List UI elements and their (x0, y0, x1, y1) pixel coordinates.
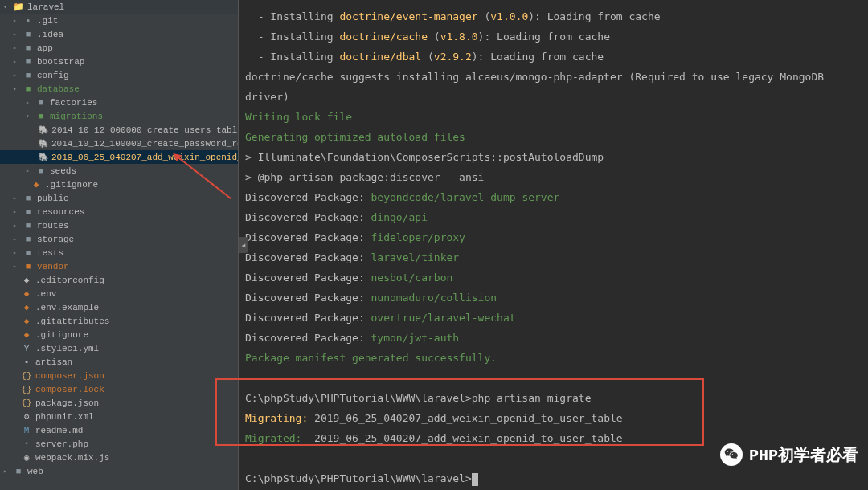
file-webpack[interactable]: ◉webpack.mix.js (0, 451, 238, 464)
terminal-line: > @php artisan package:discover --ansi (245, 167, 868, 187)
folder-migrations[interactable]: ▾■migrations (0, 109, 238, 123)
folder-icon: ■ (23, 193, 34, 204)
folder-icon: ■ (35, 165, 47, 177)
project-sidebar[interactable]: ▾ 📁 laravel ▸▪.git ▸■.idea ▸■app ▸■boots… (0, 0, 239, 490)
file-composer-lock[interactable]: {}composer.lock (0, 382, 238, 396)
file-gitattributes[interactable]: ◆.gitattributes (0, 314, 238, 328)
file-label: package.json (35, 398, 99, 408)
file-composer-json[interactable]: {}composer.json (0, 369, 238, 382)
file-styleci[interactable]: Y.styleci.yml (0, 341, 238, 355)
folder-icon: ■ (23, 43, 34, 54)
terminal-line: - Installing doctrine/dbal (v2.9.2): Loa… (245, 47, 868, 67)
file-artisan[interactable]: ▪artisan (0, 355, 238, 369)
folder-resources[interactable]: ▸■resources (0, 205, 238, 218)
env-icon: ◆ (21, 288, 32, 300)
file-gitignore[interactable]: ◆.gitignore (0, 328, 238, 341)
folder-icon: ■ (23, 261, 34, 272)
file-label: 2014_10_12_100000_create_password_resets… (51, 139, 238, 149)
file-label: .editorconfig (35, 276, 104, 285)
wechat-icon (720, 443, 743, 466)
folder-label: storage (37, 235, 74, 244)
folder-bootstrap[interactable]: ▸■bootstrap (0, 55, 238, 68)
file-label: .gitignore (45, 180, 98, 190)
terminal-line: - Installing doctrine/cache (v1.8.0): Lo… (245, 27, 868, 47)
folder-icon: ■ (23, 56, 34, 67)
chevron-right-icon: ▸ (26, 99, 32, 106)
chevron-right-icon: ▸ (13, 222, 19, 229)
file-label: composer.lock (35, 385, 104, 394)
file-server-php[interactable]: ▪server.php (0, 437, 238, 451)
folder-public[interactable]: ▸■public (0, 191, 238, 205)
file-label: .gitattributes (35, 316, 109, 326)
git-icon: ◆ (31, 179, 42, 190)
folder-tests[interactable]: ▸■tests (0, 246, 238, 259)
cursor-icon (472, 473, 478, 486)
json-icon: {} (21, 398, 32, 409)
file-env-example[interactable]: ◆.env.example (0, 300, 238, 314)
terminal-line: Discovered Package: fideloper/proxy (245, 227, 868, 247)
folder-icon: ▪ (23, 15, 34, 27)
terminal-panel[interactable]: - Installing doctrine/event-manager (v1.… (239, 0, 868, 490)
file-label: webpack.mix.js (35, 453, 109, 463)
folder-web[interactable]: ▸■web (0, 464, 238, 478)
file-label: 2014_10_12_000000_create_users_table.php (51, 125, 238, 135)
chevron-right-icon: ▸ (13, 58, 19, 65)
file-phpunit[interactable]: ⚙phpunit.xml (0, 410, 238, 423)
file-editorconfig[interactable]: ◆.editorconfig (0, 273, 238, 287)
folder-label: routes (37, 221, 69, 231)
folder-database[interactable]: ▾■database (0, 82, 238, 96)
folder-icon: ■ (23, 70, 34, 81)
file-label: .env (35, 289, 56, 299)
project-icon: 📁 (13, 2, 24, 13)
folder-icon: ■ (23, 84, 34, 95)
chevron-right-icon: ▸ (13, 263, 19, 270)
folder-vendor[interactable]: ▸■vendor (0, 259, 238, 273)
terminal-line: Discovered Package: dingo/api (245, 207, 868, 227)
chevron-down-icon: ▾ (26, 112, 32, 120)
terminal-prompt: C:\phpStudy\PHPTutorial\WWW\laravel>php … (245, 388, 868, 408)
folder-config[interactable]: ▸■config (0, 68, 238, 82)
terminal-line: Generating optimized autoload files (245, 127, 868, 147)
file-icon: ▪ (21, 357, 32, 368)
migration-file-selected[interactable]: 🐘2019_06_25_040207_add_weixin_openid_to_… (0, 150, 238, 164)
project-name: laravel (27, 2, 64, 12)
file-package-json[interactable]: {}package.json (0, 396, 238, 410)
folder-factories[interactable]: ▸■factories (0, 96, 238, 109)
folder-routes[interactable]: ▸■routes (0, 218, 238, 232)
file-gitignore[interactable]: ◆.gitignore (0, 178, 238, 191)
watermark-text: PHP初学者必看 (749, 444, 858, 466)
file-label: .env.example (35, 303, 99, 312)
json-icon: {} (21, 370, 32, 382)
folder-label: app (37, 43, 53, 53)
file-label: composer.json (35, 371, 104, 381)
file-label: .gitignore (35, 330, 88, 340)
terminal-prompt: C:\phpStudy\PHPTutorial\WWW\laravel> (245, 468, 868, 488)
chevron-right-icon: ▸ (13, 44, 19, 51)
folder-label: tests (37, 248, 63, 258)
folder-storage[interactable]: ▸■storage (0, 232, 238, 246)
folder-label: web (27, 467, 43, 476)
chevron-right-icon: ▸ (13, 235, 19, 243)
git-icon: ◆ (21, 329, 32, 341)
xml-icon: ⚙ (21, 411, 32, 423)
migration-file[interactable]: 🐘2014_10_12_100000_create_password_reset… (0, 137, 238, 150)
file-env[interactable]: ◆.env (0, 287, 238, 300)
project-root[interactable]: ▾ 📁 laravel (0, 0, 238, 14)
chevron-right-icon: ▸ (3, 468, 10, 475)
terminal-line: - Installing doctrine/event-manager (v1.… (245, 6, 868, 27)
file-label: readme.md (35, 426, 83, 435)
folder-icon: ■ (23, 29, 34, 40)
file-readme[interactable]: Mreadme.md (0, 423, 238, 437)
watermark: PHP初学者必看 (720, 443, 858, 466)
folder-icon: ■ (23, 206, 34, 218)
js-icon: ◉ (21, 452, 32, 463)
migration-file[interactable]: 🐘2014_10_12_000000_create_users_table.ph… (0, 123, 238, 137)
sidebar-collapse-button[interactable]: ◀ (239, 237, 248, 253)
terminal-line: Package manifest generated successfully. (245, 348, 868, 368)
folder-git[interactable]: ▸▪.git (0, 14, 238, 27)
folder-app[interactable]: ▸■app (0, 41, 238, 55)
folder-idea[interactable]: ▸■.idea (0, 27, 238, 41)
git-icon: ◆ (21, 316, 32, 327)
terminal-line (245, 368, 868, 388)
terminal-line: Discovered Package: tymon/jwt-auth (245, 328, 868, 348)
